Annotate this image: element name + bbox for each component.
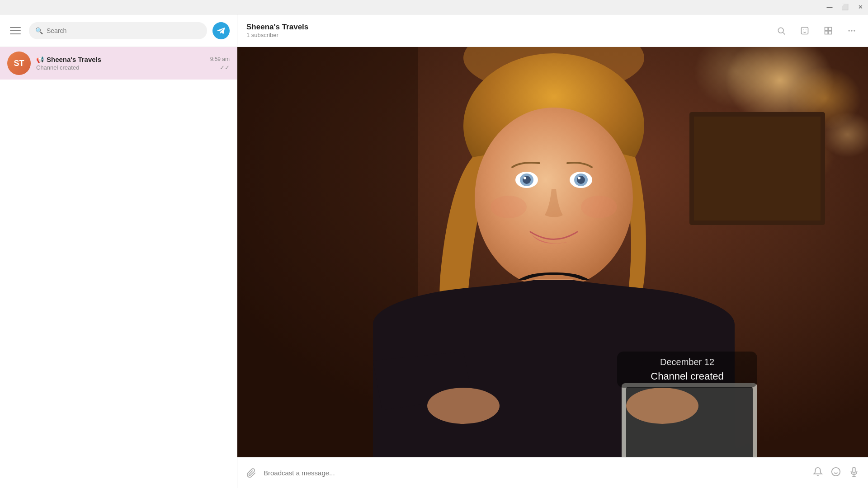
svg-rect-3 xyxy=(825,27,828,30)
chat-meta: 9:59 am ✓✓ xyxy=(210,56,230,71)
svg-point-8 xyxy=(851,30,852,31)
svg-rect-5 xyxy=(825,31,828,34)
app-container: 🔍 ST 📢 Sheena's Travels Channel created xyxy=(0,14,868,488)
sidebar-header: 🔍 xyxy=(0,14,237,47)
svg-point-38 xyxy=(626,388,698,424)
header-reactions-button[interactable] xyxy=(797,23,812,38)
chat-input-area xyxy=(237,457,868,488)
header-layout-button[interactable] xyxy=(821,23,835,38)
chat-header-subscribers: 1 subscriber xyxy=(246,32,769,38)
chat-header-name: Sheena's Travels xyxy=(246,23,769,32)
chat-name: Sheena's Travels xyxy=(47,56,101,63)
header-search-button[interactable] xyxy=(774,23,788,38)
bell-button[interactable] xyxy=(813,467,823,479)
maximize-button[interactable]: ⬜ xyxy=(841,4,849,10)
svg-point-7 xyxy=(849,30,850,31)
emoji-button[interactable] xyxy=(831,467,841,479)
svg-point-33 xyxy=(581,196,617,218)
svg-rect-2 xyxy=(802,27,808,34)
search-icon: 🔍 xyxy=(35,27,43,34)
svg-text:Channel created: Channel created xyxy=(651,371,723,382)
search-input[interactable] xyxy=(47,27,201,34)
svg-point-37 xyxy=(427,388,500,424)
svg-line-1 xyxy=(783,32,785,34)
svg-rect-19 xyxy=(694,117,821,221)
input-actions xyxy=(813,467,859,479)
minimize-button[interactable]: — xyxy=(826,4,834,10)
chat-list-item[interactable]: ST 📢 Sheena's Travels Channel created 9:… xyxy=(0,47,237,80)
svg-point-28 xyxy=(523,176,531,184)
chat-time: 9:59 am xyxy=(210,56,230,62)
svg-point-9 xyxy=(854,30,855,31)
svg-point-29 xyxy=(577,176,585,184)
channel-icon: 📢 xyxy=(36,56,44,63)
svg-rect-4 xyxy=(829,27,832,30)
sidebar: 🔍 ST 📢 Sheena's Travels Channel created xyxy=(0,14,237,488)
search-box[interactable]: 🔍 xyxy=(29,22,207,39)
chat-area: Sheena's Travels 1 subscriber xyxy=(237,14,868,488)
menu-button[interactable] xyxy=(7,23,24,39)
avatar: ST xyxy=(7,52,31,75)
chat-preview: Channel created xyxy=(36,64,205,71)
attach-button[interactable] xyxy=(246,468,256,478)
svg-point-31 xyxy=(578,177,580,179)
svg-point-32 xyxy=(491,196,527,218)
chat-header: Sheena's Travels 1 subscriber xyxy=(237,14,868,47)
svg-point-0 xyxy=(778,28,783,33)
message-input[interactable] xyxy=(264,464,806,482)
telegram-logo[interactable] xyxy=(212,22,230,39)
svg-point-42 xyxy=(832,468,840,476)
messages-area[interactable]: December 12 Channel created xyxy=(237,47,868,457)
header-more-button[interactable] xyxy=(844,23,859,38)
chat-name-row: 📢 Sheena's Travels xyxy=(36,56,205,63)
svg-text:December 12: December 12 xyxy=(660,357,714,367)
channel-photo: December 12 Channel created xyxy=(237,47,868,457)
chat-header-info: Sheena's Travels 1 subscriber xyxy=(246,23,769,38)
svg-rect-6 xyxy=(829,31,832,34)
chat-info: 📢 Sheena's Travels Channel created xyxy=(36,56,205,71)
svg-point-30 xyxy=(524,177,526,179)
close-button[interactable]: ✕ xyxy=(856,4,864,10)
avatar-initials: ST xyxy=(14,59,24,68)
header-actions xyxy=(774,23,859,38)
mic-button[interactable] xyxy=(849,467,859,479)
read-check-icon: ✓✓ xyxy=(220,64,230,71)
title-bar: — ⬜ ✕ xyxy=(0,0,868,14)
